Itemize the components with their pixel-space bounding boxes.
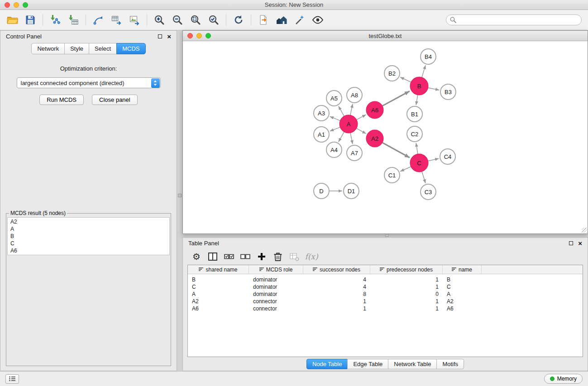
node-A2[interactable]: A2 xyxy=(366,130,383,147)
column-header[interactable]: name xyxy=(443,265,482,274)
table-row[interactable]: Cdominator41C xyxy=(188,283,583,291)
tab-network-table[interactable]: Network Table xyxy=(388,359,437,369)
node-A[interactable]: A xyxy=(339,115,358,133)
task-history-button[interactable] xyxy=(5,374,19,384)
node-A3[interactable]: A3 xyxy=(314,105,329,121)
node-B[interactable]: B xyxy=(410,77,428,95)
tab-node-table[interactable]: Node Table xyxy=(306,359,348,369)
column-selector-button[interactable] xyxy=(206,250,220,263)
edge-A2-C[interactable] xyxy=(382,143,410,157)
edge-C-C4[interactable] xyxy=(428,158,439,161)
minimize-network-button[interactable] xyxy=(196,33,202,38)
node-C2[interactable]: C2 xyxy=(407,126,422,142)
tab-mcds[interactable]: MCDS xyxy=(116,43,145,54)
zoom-network-button[interactable] xyxy=(206,33,211,38)
edge-C-C2[interactable] xyxy=(416,143,418,154)
tab-network[interactable]: Network xyxy=(31,43,65,54)
close-panel-button[interactable]: Close panel xyxy=(92,95,138,105)
memory-button[interactable]: Memory xyxy=(544,374,583,384)
node-B2[interactable]: B2 xyxy=(384,66,400,81)
edge-A-A3[interactable] xyxy=(330,116,340,120)
resize-grip[interactable] xyxy=(582,228,587,233)
criterion-select[interactable]: largest connected component (directed) xyxy=(17,77,161,88)
function-builder-button[interactable]: f(x) xyxy=(303,250,318,263)
wand-button[interactable] xyxy=(291,12,308,28)
zoom-in-button[interactable] xyxy=(151,12,168,28)
node-B3[interactable]: B3 xyxy=(440,84,456,100)
node-A4[interactable]: A4 xyxy=(326,142,342,157)
new-table-button[interactable] xyxy=(108,12,125,28)
table-row[interactable]: A6connector11A6 xyxy=(188,305,583,312)
node-A7[interactable]: A7 xyxy=(347,145,362,161)
close-panel-icon-button[interactable]: × xyxy=(167,33,171,40)
close-network-button[interactable] xyxy=(187,33,193,38)
float-panel-button[interactable] xyxy=(158,34,162,38)
node-B1[interactable]: B1 xyxy=(407,106,422,122)
tab-motifs[interactable]: Motifs xyxy=(436,359,464,369)
delete-table-button[interactable] xyxy=(287,250,301,263)
run-mcds-button[interactable]: Run MCDS xyxy=(39,95,84,105)
node-D1[interactable]: D1 xyxy=(344,183,359,199)
edge-A-A4[interactable] xyxy=(339,132,344,142)
import-network-button[interactable] xyxy=(47,12,64,28)
column-header[interactable]: predecessor nodes xyxy=(370,265,443,274)
zoom-selected-button[interactable] xyxy=(205,12,222,28)
node-D[interactable]: D xyxy=(314,183,329,199)
edge-C-C1[interactable] xyxy=(400,167,411,172)
edge-A-A1[interactable] xyxy=(330,127,340,131)
node-C[interactable]: C xyxy=(410,154,428,172)
node-C3[interactable]: C3 xyxy=(421,184,436,200)
tab-style[interactable]: Style xyxy=(64,43,89,54)
node-A8[interactable]: A8 xyxy=(347,87,362,103)
table-row[interactable]: A2connector11A2 xyxy=(188,298,583,305)
vertical-splitter[interactable] xyxy=(177,30,182,371)
tab-select[interactable]: Select xyxy=(89,43,117,54)
cytoscape-home-button[interactable] xyxy=(273,12,290,28)
splitter-grip[interactable] xyxy=(178,194,182,197)
horizontal-splitter[interactable] xyxy=(182,234,588,237)
network-canvas[interactable]: AA1A2A3A4A5A6A7A8BB1B2B3B4CC1C2C3C4DD1 xyxy=(183,41,588,234)
open-network-file-button[interactable] xyxy=(255,12,272,28)
delete-row-button[interactable] xyxy=(271,250,285,263)
node-A5[interactable]: A5 xyxy=(326,91,342,106)
minimize-window-button[interactable] xyxy=(14,2,19,8)
edge-A-A6[interactable] xyxy=(357,114,366,119)
add-row-button[interactable] xyxy=(254,250,269,263)
edge-B-B1[interactable] xyxy=(416,95,418,105)
edge-B-B4[interactable] xyxy=(422,65,425,77)
edge-C-C3[interactable] xyxy=(422,172,425,183)
search-input[interactable] xyxy=(446,14,582,25)
splitter-grip[interactable] xyxy=(385,234,389,237)
table-settings-button[interactable]: ⚙ xyxy=(189,250,204,263)
zoom-fit-button[interactable] xyxy=(187,12,204,28)
node-A1[interactable]: A1 xyxy=(314,127,329,142)
close-panel-icon-button[interactable]: × xyxy=(578,240,582,247)
show-graphics-details-button[interactable] xyxy=(309,12,326,28)
node-A6[interactable]: A6 xyxy=(366,101,383,119)
close-window-button[interactable] xyxy=(5,2,10,8)
edge-A-A2[interactable] xyxy=(357,129,366,134)
edge-A-A7[interactable] xyxy=(350,133,353,144)
float-panel-button[interactable] xyxy=(569,241,573,245)
new-network-button[interactable] xyxy=(90,12,107,28)
table-row[interactable]: Adominator80A xyxy=(188,291,583,298)
import-table-button[interactable] xyxy=(65,12,82,28)
mcds-result-list[interactable]: A2ABCA6 xyxy=(7,217,170,255)
apply-layout-button[interactable] xyxy=(230,12,247,28)
node-C1[interactable]: C1 xyxy=(384,167,400,183)
node-C4[interactable]: C4 xyxy=(440,149,455,164)
edge-A6-B[interactable] xyxy=(382,91,410,106)
zoom-out-button[interactable] xyxy=(169,12,186,28)
unselect-all-button[interactable] xyxy=(238,250,253,263)
edge-A-A5[interactable] xyxy=(339,106,344,116)
edge-B-B2[interactable] xyxy=(400,77,411,82)
tab-edge-table[interactable]: Edge Table xyxy=(347,359,388,369)
select-all-button[interactable] xyxy=(222,250,236,263)
table-row[interactable]: Bdominator41B xyxy=(188,276,583,283)
open-session-button[interactable] xyxy=(4,12,21,28)
column-header[interactable]: successor nodes xyxy=(303,265,370,274)
export-image-button[interactable] xyxy=(126,12,143,28)
edge-A-A8[interactable] xyxy=(350,104,353,115)
zoom-window-button[interactable] xyxy=(23,2,28,8)
node-B4[interactable]: B4 xyxy=(421,49,436,64)
